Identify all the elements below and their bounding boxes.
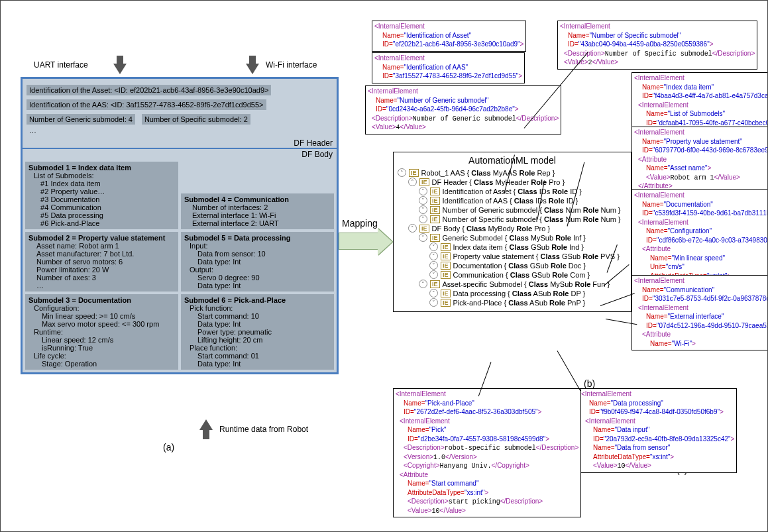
arrow-up-icon (199, 419, 213, 430)
tree-toggle-icon[interactable]: ˅ (429, 261, 438, 270)
tree-node-label: Property value statement { Class GSub Ro… (453, 252, 620, 260)
tree-node[interactable]: ˅IEIndex data item { Class GSub Role Ind… (398, 242, 627, 251)
ie-icon: IE (441, 299, 451, 307)
runtime-label: Runtime data from Robot (219, 425, 308, 434)
tree-node[interactable]: ˄IEGeneric Submodel { Class MySub Role I… (398, 233, 627, 242)
tree-node-label: Pick-and-Place { Class ASub Role PnP } (453, 299, 586, 307)
ie-icon: IE (441, 252, 451, 260)
tree-toggle-icon[interactable]: ˅ (419, 205, 427, 214)
tree-node-label: DF Body { Class MyBody Role Pro } (432, 225, 551, 233)
tree-toggle-icon[interactable]: ˄ (398, 168, 406, 177)
submodel-1-row: #4 Communication (28, 203, 175, 211)
ie-icon: IE (441, 262, 451, 270)
submodel-1: Submodel 1 = Index data item List of Sub… (25, 162, 178, 229)
xml-num-generic: <InternalElement Name="Number of Generic… (365, 85, 561, 134)
ie-icon: IE (441, 290, 451, 297)
arrow-down-icon (113, 64, 127, 74)
df-header: Identification of the Asset: <ID: ef202b… (27, 83, 333, 134)
tree-node[interactable]: ˅IEPick-and-Place { Class ASub Role PnP … (398, 298, 627, 307)
xml-num-specific: <InternalElement Name="Number of Specifi… (557, 21, 757, 70)
tree-toggle-icon[interactable]: ˅ (429, 242, 438, 251)
tree-node[interactable]: ˅IEIdentification of Asset { Class IDs R… (398, 187, 627, 195)
xml-id-asset: <InternalElement Name="Identification of… (372, 21, 526, 52)
tree-node[interactable]: ˅IEDocumentation { Class GSub Role Doc } (398, 261, 627, 270)
xml-pick-and-place: <InternalElement Name="Pick-and-Place" I… (393, 388, 581, 517)
xml-communication: <InternalElement Name="Communication" ID… (631, 275, 768, 350)
header-dots: … (27, 127, 333, 134)
tree-toggle-icon[interactable]: ˅ (429, 270, 438, 279)
tree-node-label: Index data item { Class GSub Role Ind } (453, 243, 584, 251)
tree-node[interactable]: ˄IEDF Header { Class MyHeader Role Pro } (398, 178, 627, 186)
submodel-1-row: #1 Index data item (28, 180, 175, 187)
tree-toggle-icon[interactable]: ˅ (429, 252, 438, 260)
submodel-1-row: #2 Property value… (28, 187, 175, 195)
tree-node-label: Identification of Asset { Class IDs Role… (443, 187, 582, 195)
ie-icon: IE (419, 225, 429, 233)
tree-node[interactable]: ˅IECommunication { Class GSub Role Com } (398, 270, 627, 279)
ie-icon: IE (441, 271, 451, 279)
submodel-2: Submodel 2 = Property value statement As… (25, 232, 178, 292)
tree-node[interactable]: ˅IENumber of Specific submodel { Class N… (398, 215, 627, 223)
tree-node[interactable]: ˅IEProperty value statement { Class GSub… (398, 252, 627, 260)
tree-node-label: Data processing { Class ASub Role DP } (453, 290, 586, 297)
xml-id-aas: <InternalElement Name="Identification of… (372, 52, 525, 83)
ie-icon: IE (430, 206, 440, 214)
tree-toggle-icon[interactable]: ˅ (419, 196, 427, 205)
xml-index-item: <InternalElement Name="Index data item" … (631, 72, 768, 130)
tree-toggle-icon[interactable]: ˅ (419, 187, 427, 195)
automationml-tree: AutomationML model ˄IERobot_1 AAS { Clas… (393, 152, 631, 312)
ie-icon: IE (430, 187, 440, 195)
tree-node-label: DF Header { Class MyHeader Role Pro } (432, 178, 565, 186)
caption-b: (b) (584, 378, 595, 389)
df-body-label: DF Body (23, 148, 337, 159)
ie-icon: IE (441, 243, 451, 251)
tree-node-label: Number of Generic submodel { Class Num R… (443, 206, 621, 214)
ie-icon: IE (430, 280, 440, 288)
submodel-grid: Submodel 1 = Index data item List of Sub… (25, 162, 334, 370)
ie-icon: IE (430, 234, 440, 242)
num-specific-line: Number of Specific submodel: 2 (142, 114, 250, 125)
tree-node-label: Generic Submodel { Class MySub Role Inf … (443, 234, 586, 242)
mapping-label: Mapping (342, 218, 378, 229)
submodel-3: Submodel 3 = Documentation Configuration… (25, 294, 178, 370)
tree-toggle-icon[interactable]: ˄ (419, 233, 427, 242)
ie-icon: IE (430, 197, 440, 205)
caption-a: (a) (163, 442, 174, 452)
tree-node-label: Identification of AAS { Class IDs Role I… (443, 197, 578, 205)
ie-icon: IE (430, 215, 440, 223)
tree-node[interactable]: ˄IEDF Body { Class MyBody Role Pro } (398, 224, 627, 233)
tree-node[interactable]: ˅IEData processing { Class ASub Role DP … (398, 289, 627, 297)
ie-icon: IE (419, 178, 429, 186)
id-aas-line: Identification of the AAS: <ID: 3af15527… (27, 99, 266, 110)
tree-node[interactable]: ˅IENumber of Generic submodel { Class Nu… (398, 205, 627, 214)
tree-toggle-icon[interactable]: ˄ (408, 178, 417, 186)
df-header-label: DF Header (23, 138, 337, 148)
tree-node-label: Asset-specific Submodel { Class MySub Ro… (443, 280, 610, 288)
submodel-1-row: #3 Documentation (28, 195, 175, 203)
tree-toggle-icon[interactable]: ˅ (419, 215, 427, 223)
ie-icon: IE (409, 169, 419, 177)
submodel-5: Submodel 5 = Data processing Input:Data … (181, 232, 334, 292)
tree-toggle-icon[interactable]: ˅ (429, 289, 438, 297)
tree-node[interactable]: ˅IEIdentification of AAS { Class IDs Rol… (398, 196, 627, 205)
xml-pvs: <InternalElement Name="Property value st… (631, 127, 768, 193)
tree-node[interactable]: ˄IERobot_1 AAS { Class MyAAS Role Rep } (398, 168, 627, 177)
submodel-4: Submodel 4 = Communication Number of int… (181, 193, 334, 229)
wifi-label: Wi-Fi interface (266, 60, 317, 70)
tree-toggle-icon[interactable]: ˄ (408, 224, 417, 233)
num-generic-line: Number of Generic submodel: 4 (27, 114, 135, 125)
tree-node-label: Number of Specific submodel { Class Num … (443, 215, 621, 223)
uart-label: UART interface (34, 60, 88, 70)
tree-node[interactable]: ˄IEAsset-specific Submodel { Class MySub… (398, 280, 627, 288)
mapping-arrow-icon (339, 233, 378, 250)
tree-toggle-icon[interactable]: ˅ (429, 298, 438, 307)
submodel-1-row: #5 Data processing (28, 211, 175, 219)
tree-toggle-icon[interactable]: ˄ (419, 280, 427, 288)
digital-factory-panel: Identification of the Asset: <ID: ef202b… (21, 77, 339, 374)
submodel-6: Submodel 6 = Pick-and-Place Pick functio… (181, 294, 334, 370)
tree-node-label: Communication { Class GSub Role Com } (453, 271, 590, 279)
tree-node-label: Documentation { Class GSub Role Doc } (453, 262, 586, 270)
id-asset-line: Identification of the Asset: <ID: ef202b… (27, 85, 271, 95)
tree-node-label: Robot_1 AAS { Class MyAAS Role Rep } (421, 169, 555, 177)
arrow-down-icon (246, 64, 259, 74)
